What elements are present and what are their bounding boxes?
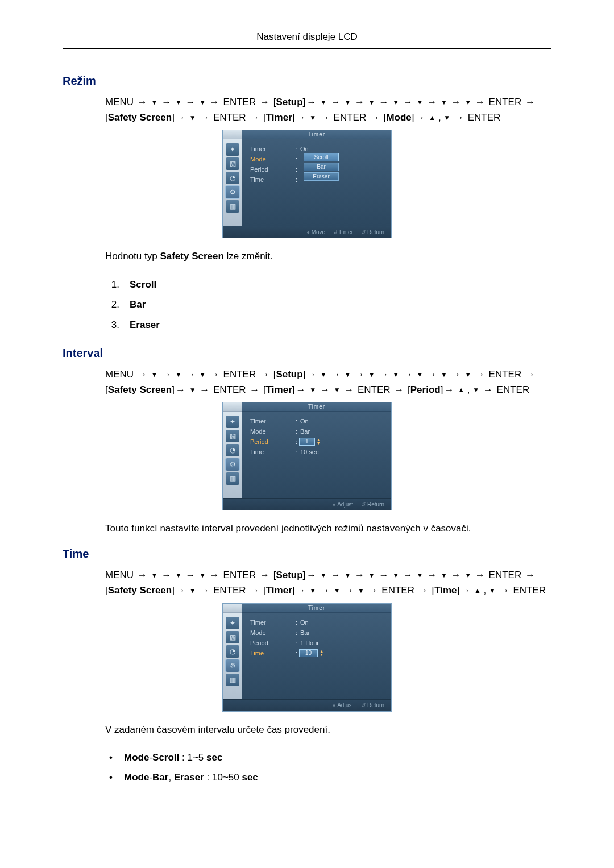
osd-footer: ♦Adjust↺Return <box>223 498 391 510</box>
nav-path-rezim: MENU → ▼ → ▼ → ▼ → ENTER → [Setup]→ ▼ → … <box>105 94 551 125</box>
osd-footer-item: ♦Move <box>307 229 326 235</box>
list-item: • Mode-Bar, Eraser : 10~50 sec <box>108 767 551 788</box>
osd-row: Timer:On <box>250 416 384 426</box>
osd-footer-item: ↺Return <box>361 229 384 235</box>
body-text-rezim: Hodnotu typ Safety Screen lze změnit. <box>105 248 551 264</box>
osd-sidebar-icon: ◔ <box>226 172 239 184</box>
osd-footer: ♦Move↲Enter↺Return <box>223 226 391 238</box>
text-bold: Safety Screen <box>160 251 223 261</box>
osd-label: Period <box>250 438 296 445</box>
osd-label: Time <box>250 650 296 657</box>
osd-footer: ♦Adjust↺Return <box>223 699 391 711</box>
footer-rule <box>63 825 551 825</box>
osd-sidebar-icon: ▧ <box>226 430 239 442</box>
section-title-rezim: Režim <box>63 74 551 88</box>
osd-footer-item: ↲Enter <box>333 229 353 235</box>
nav-path-time: MENU → ▼ → ▼ → ▼ → ENTER → [Setup]→ ▼ → … <box>105 567 551 598</box>
osd-row: Mode:Bar <box>250 426 384 437</box>
nav-path-interval: MENU → ▼ → ▼ → ▼ → ENTER → [Setup]→ ▼ → … <box>105 367 551 397</box>
osd-sidebar-icon: ⚙ <box>226 659 239 672</box>
section-title-interval: Interval <box>63 347 551 360</box>
list-item: • Mode-Scroll : 1~5 sec <box>108 747 551 768</box>
list-text: Mode-Bar, Eraser : 10~50 sec <box>124 767 258 788</box>
osd-sidebar-icon: ✦ <box>226 143 239 156</box>
list-number: 3. <box>108 315 119 335</box>
osd-panel-interval: Timer ✦▧◔⚙▥ Timer:On Mode:Bar Period: 1 … <box>222 402 392 510</box>
osd-pick-item: Bar <box>304 163 339 171</box>
osd-top-corner <box>223 402 242 412</box>
osd-sidebar-icon: ⚙ <box>226 458 239 471</box>
osd-label: Mode <box>250 428 296 435</box>
osd-top-corner <box>223 130 242 139</box>
osd-title: Timer <box>242 604 391 613</box>
osd-pick-item: Scroll <box>304 153 339 161</box>
body-text-interval: Touto funkcí nastavíte interval proveden… <box>105 521 551 536</box>
osd-label: Mode <box>250 629 296 636</box>
osd-top-corner <box>223 604 242 613</box>
osd-label: Time <box>250 448 296 455</box>
osd-panel-rezim: Timer ✦▧◔⚙▥ Timer:On Mode: Period: Time:… <box>222 130 392 238</box>
osd-row: Timer:On <box>250 617 384 628</box>
osd-pick-item: Eraser <box>304 172 339 181</box>
osd-row: Period: 1 ▲▼ <box>250 437 384 447</box>
text: Hodnotu typ <box>105 251 160 261</box>
osd-footer-item: ↺Return <box>361 501 384 508</box>
list-text: Mode-Scroll : 1~5 sec <box>124 747 222 768</box>
list-item: 1. Scroll <box>108 275 551 295</box>
osd-sidebar-icon: ▥ <box>226 674 239 686</box>
osd-row: Time: 10 ▲▼ <box>250 648 384 658</box>
osd-sidebar-icon: ▥ <box>226 200 239 213</box>
osd-sidebar-icon: ◔ <box>226 645 239 658</box>
osd-label: Time <box>250 176 296 183</box>
osd-label: Timer <box>250 146 296 152</box>
osd-sidebar-icon: ✦ <box>226 617 239 629</box>
osd-sidebar: ✦▧◔⚙▥ <box>223 613 242 699</box>
osd-label: Timer <box>250 619 296 626</box>
list-number: 1. <box>108 275 119 295</box>
body-text-time: V zadaném časovém intervalu určete čas p… <box>105 722 551 737</box>
osd-number-edit: : 10 ▲▼ <box>296 649 323 657</box>
osd-footer-item: ♦Adjust <box>333 702 353 708</box>
ordered-list-rezim: 1. Scroll 2. Bar 3. Eraser <box>108 275 551 335</box>
osd-label: Period <box>250 166 296 173</box>
text: lze změnit. <box>224 251 273 261</box>
osd-title: Timer <box>242 130 391 139</box>
osd-main: Timer:On Mode:Bar Period:1 Hour Time: 10… <box>242 613 391 699</box>
list-item: 3. Eraser <box>108 315 551 335</box>
osd-label: Period <box>250 639 296 646</box>
list-item: 2. Bar <box>108 294 551 315</box>
bullet-icon: • <box>108 747 114 768</box>
osd-pick-list: ScrollBarEraser <box>304 153 339 182</box>
bullet-list-time: • Mode-Scroll : 1~5 sec • Mode-Bar, Eras… <box>108 747 551 788</box>
osd-sidebar: ✦▧◔⚙▥ <box>223 412 242 498</box>
osd-sidebar: ✦▧◔⚙▥ <box>223 139 242 226</box>
osd-panel-time: Timer ✦▧◔⚙▥ Timer:On Mode:Bar Period:1 H… <box>222 603 392 712</box>
osd-sidebar-icon: ▥ <box>226 472 239 485</box>
list-text: Scroll <box>130 275 156 295</box>
osd-number-edit: : 1 ▲▼ <box>296 438 321 446</box>
osd-label: Mode <box>250 156 296 163</box>
osd-footer-item: ♦Adjust <box>333 501 353 508</box>
osd-main: Timer:On Mode: Period: Time: ScrollBarEr… <box>242 139 391 226</box>
osd-footer-item: ↺Return <box>361 702 384 708</box>
list-text: Bar <box>130 294 146 315</box>
osd-row: Time:10 sec <box>250 447 384 457</box>
list-text: Eraser <box>130 315 160 335</box>
page-header: Nastavení displeje LCD <box>63 31 551 49</box>
osd-sidebar-icon: ⚙ <box>226 186 239 198</box>
osd-sidebar-icon: ▧ <box>226 157 239 170</box>
list-number: 2. <box>108 294 119 315</box>
osd-main: Timer:On Mode:Bar Period: 1 ▲▼ Time:10 s… <box>242 412 391 498</box>
osd-sidebar-icon: ◔ <box>226 444 239 456</box>
bullet-icon: • <box>108 767 114 788</box>
osd-title: Timer <box>242 402 391 412</box>
osd-row: Mode:Bar <box>250 628 384 638</box>
osd-label: Timer <box>250 418 296 425</box>
osd-sidebar-icon: ▧ <box>226 631 239 643</box>
osd-row: Period:1 Hour <box>250 638 384 648</box>
osd-sidebar-icon: ✦ <box>226 416 239 428</box>
section-title-time: Time <box>63 547 551 560</box>
